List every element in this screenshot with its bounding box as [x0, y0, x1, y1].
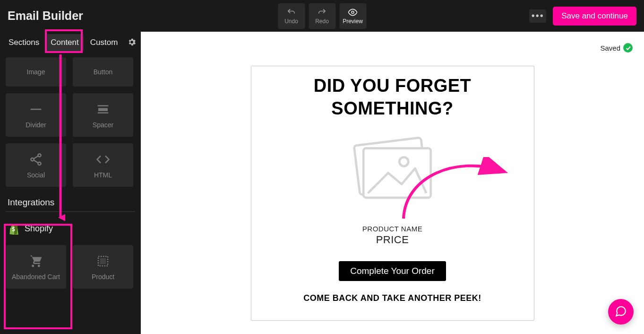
email-preview[interactable]: DID YOU FORGET SOMETHING? PRODUCT NAME P… — [251, 66, 534, 321]
top-right-actions: ••• Save and continue — [529, 7, 636, 26]
settings-button[interactable] — [124, 35, 139, 51]
block-button-label: Button — [94, 68, 112, 76]
product-name: PRODUCT NAME — [266, 225, 520, 233]
content-blocks: Image Button Divider Spacer — [0, 53, 141, 294]
block-abandoned-cart[interactable]: Abandoned Cart — [6, 245, 66, 289]
block-social-label: Social — [27, 171, 45, 179]
top-bar: Email Builder Undo Redo Preview ••• Save… — [0, 0, 644, 32]
tab-sections[interactable]: Sections — [4, 34, 44, 51]
redo-label: Redo — [315, 18, 329, 25]
block-image-label: Image — [27, 68, 45, 76]
block-social[interactable]: Social — [6, 143, 66, 187]
svg-line-9 — [34, 160, 38, 163]
integration-shopify: Shopify — [6, 220, 135, 238]
shopify-label: Shopify — [25, 224, 53, 234]
save-button[interactable]: Save and continue — [553, 7, 636, 26]
block-divider[interactable]: Divider — [6, 93, 66, 137]
svg-point-0 — [352, 11, 354, 13]
sidebar-tabs: Sections Content Custom — [0, 32, 141, 53]
email-heading-line2: SOMETHING? — [331, 98, 453, 118]
share-icon — [29, 151, 43, 167]
help-fab-button[interactable] — [608, 299, 634, 325]
gear-icon — [127, 37, 137, 48]
saved-indicator: Saved — [600, 43, 633, 53]
block-html[interactable]: HTML — [73, 143, 133, 187]
block-image[interactable]: Image — [6, 57, 66, 87]
block-divider-label: Divider — [26, 121, 46, 129]
divider-icon — [29, 101, 43, 117]
main: Sections Content Custom Image Button Div… — [0, 32, 644, 334]
block-button[interactable]: Button — [73, 57, 133, 87]
redo-button[interactable]: Redo — [309, 3, 335, 29]
block-spacer-label: Spacer — [93, 121, 113, 129]
check-icon — [623, 43, 633, 53]
svg-rect-11 — [101, 259, 105, 264]
saved-label: Saved — [600, 44, 620, 52]
tab-custom[interactable]: Custom — [86, 34, 123, 51]
email-heading: DID YOU FORGET SOMETHING? — [266, 75, 520, 120]
svg-rect-3 — [99, 109, 107, 111]
block-product[interactable]: Product — [73, 245, 133, 289]
cart-icon — [29, 253, 43, 269]
top-center-actions: Undo Redo Preview — [278, 3, 366, 29]
block-product-label: Product — [92, 273, 114, 281]
undo-label: Undo — [284, 18, 298, 25]
svg-rect-13 — [363, 148, 431, 198]
block-spacer[interactable]: Spacer — [73, 93, 133, 137]
undo-button[interactable]: Undo — [278, 3, 305, 29]
shopify-icon — [8, 222, 20, 235]
preview-button[interactable]: Preview — [339, 3, 366, 29]
sidebar: Sections Content Custom Image Button Div… — [0, 32, 141, 334]
complete-order-button[interactable]: Complete Your Order — [339, 261, 446, 281]
email-heading-line1: DID YOU FORGET — [314, 76, 472, 96]
block-abandoned-cart-label: Abandoned Cart — [12, 273, 60, 281]
email-subheading: COME BACK AND TAKE ANOTHER PEEK! — [266, 293, 520, 303]
spacer-icon — [96, 101, 110, 117]
code-icon — [96, 151, 110, 167]
more-menu-button[interactable]: ••• — [529, 9, 546, 23]
canvas[interactable]: Saved DID YOU FORGET SOMETHING? — [141, 32, 644, 334]
product-price: PRICE — [266, 234, 520, 246]
tab-content[interactable]: Content — [46, 34, 84, 51]
svg-line-8 — [34, 156, 38, 159]
preview-label: Preview — [343, 18, 363, 25]
page-title: Email Builder — [8, 9, 83, 23]
chat-icon — [615, 305, 627, 319]
integrations-title: Integrations — [6, 193, 135, 212]
product-icon — [96, 253, 110, 269]
product-image-placeholder — [266, 128, 520, 223]
block-html-label: HTML — [94, 171, 112, 179]
